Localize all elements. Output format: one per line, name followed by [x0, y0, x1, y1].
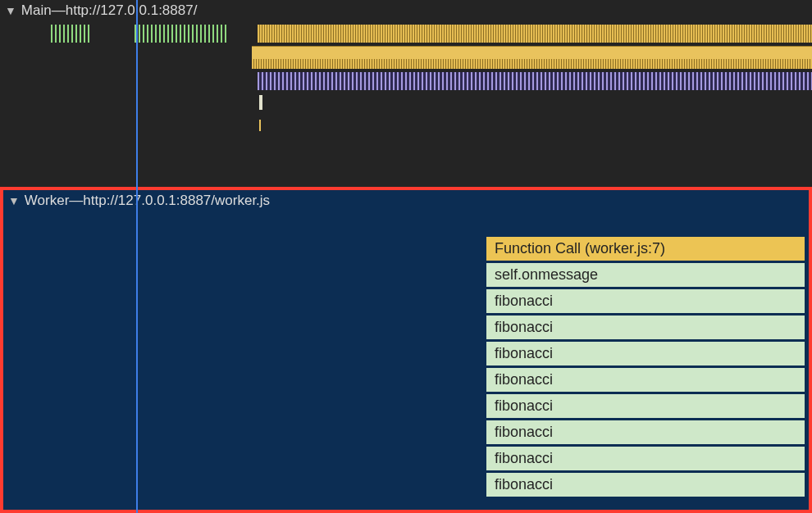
flame-frame[interactable]: fibonacci [486, 393, 805, 420]
flame-frame-label: fibonacci [495, 319, 553, 335]
flame-frame[interactable]: fibonacci [486, 420, 805, 446]
worker-header-url: http://127.0.0.1:8887/worker.js [83, 193, 270, 209]
flame-frame-label: fibonacci [495, 397, 553, 414]
worker-panel-header[interactable]: ▼ Worker — http://127.0.0.1:8887/worker.… [3, 190, 809, 211]
scripting-task-bar[interactable] [258, 25, 812, 43]
flame-frame-label: fibonacci [495, 345, 553, 361]
main-track-row-2[interactable] [0, 72, 812, 92]
worker-header-prefix: Worker [25, 193, 69, 209]
flame-chart-stack[interactable]: Function Call (worker.js:7)self.onmessag… [486, 236, 805, 498]
flame-frame-label: Function Call (worker.js:7) [495, 240, 665, 256]
flame-frame[interactable]: self.onmessage [486, 262, 805, 288]
flame-frame-label: self.onmessage [495, 266, 598, 283]
scripting-task-bar[interactable] [252, 59, 812, 69]
main-header-url: http://127.0.0.1:8887/ [66, 2, 198, 19]
main-track-row-4[interactable] [0, 120, 812, 139]
rendering-task-bar[interactable] [258, 72, 812, 90]
flame-frame[interactable]: fibonacci [486, 315, 805, 341]
flame-frame[interactable]: fibonacci [486, 367, 805, 393]
flame-frame-label: fibonacci [495, 424, 553, 440]
flame-frame[interactable]: fibonacci [486, 341, 805, 367]
main-header-prefix: Main [21, 2, 52, 19]
flame-frame-label: fibonacci [495, 476, 553, 493]
task-cluster[interactable] [51, 25, 92, 43]
task-tick[interactable] [259, 120, 261, 131]
worker-timeline-body[interactable]: Function Call (worker.js:7)self.onmessag… [3, 211, 809, 510]
flame-frame[interactable]: fibonacci [486, 446, 805, 472]
main-thread-panel: ▼ Main — http://127.0.0.1:8887/ [0, 0, 812, 187]
task-tick[interactable] [261, 95, 262, 110]
disclosure-triangle-icon[interactable]: ▼ [5, 4, 16, 17]
task-cluster[interactable] [135, 25, 226, 43]
main-track-row-3[interactable] [0, 95, 812, 115]
main-track-row-1[interactable] [0, 46, 812, 66]
main-timeline-body[interactable] [0, 21, 812, 187]
worker-thread-panel: ▼ Worker — http://127.0.0.1:8887/worker.… [0, 187, 812, 513]
main-track-row-0[interactable] [0, 25, 812, 44]
flame-frame-label: fibonacci [495, 293, 553, 309]
main-panel-header[interactable]: ▼ Main — http://127.0.0.1:8887/ [0, 0, 812, 21]
flame-frame-label: fibonacci [495, 450, 553, 466]
flame-frame[interactable]: fibonacci [486, 288, 805, 315]
worker-header-sep: — [69, 193, 83, 209]
disclosure-triangle-icon[interactable]: ▼ [8, 194, 20, 207]
flame-frame[interactable]: fibonacci [486, 472, 805, 498]
main-header-sep: — [52, 2, 66, 19]
flame-frame-label: fibonacci [495, 371, 553, 388]
flame-frame[interactable]: Function Call (worker.js:7) [486, 236, 805, 262]
